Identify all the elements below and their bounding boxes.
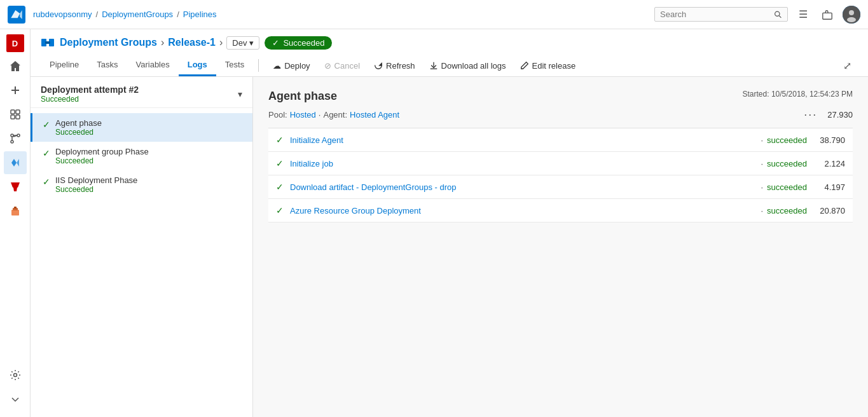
task-status-1: succeeded [767, 159, 807, 168]
svg-rect-23 [45, 41, 50, 44]
edit-release-label: Edit release [532, 61, 576, 71]
svg-point-20 [13, 374, 17, 377]
cancel-circle-icon: ⊘ [324, 61, 331, 71]
svg-rect-17 [11, 210, 19, 215]
page-breadcrumb: Deployment Groups › Release-1 › Dev ▾ [60, 36, 259, 50]
edit-icon [520, 61, 529, 70]
task-duration-1: 2.124 [807, 159, 845, 168]
svg-point-12 [11, 140, 13, 143]
task-duration-0: 38.790 [807, 135, 845, 145]
sidebar-icons: D [0, 29, 31, 417]
search-input[interactable] [660, 10, 774, 19]
sidebar-user-icon[interactable]: D [6, 34, 24, 52]
briefcase-icon[interactable] [818, 6, 836, 24]
main-layout: D [0, 29, 868, 417]
sidebar-item-repos[interactable] [4, 127, 27, 150]
download-icon [429, 61, 438, 70]
search-icon [774, 10, 782, 19]
release-link[interactable]: Release-1 [168, 37, 216, 48]
phase-item-agent[interactable]: ✓ Agent phase Succeeded [31, 113, 252, 142]
phase-status-2: Succeeded [55, 185, 242, 194]
task-row-1[interactable]: ✓ Initialize job · succeeded 2.124 [268, 152, 853, 175]
refresh-button[interactable]: Refresh [368, 57, 422, 74]
task-row-2[interactable]: ✓ Download artifact - DeploymentGroups -… [268, 175, 853, 199]
page-title-row: Deployment Groups › Release-1 › Dev ▾ ✓ … [41, 36, 858, 50]
task-row-0[interactable]: ✓ Initialize Agent · succeeded 38.790 [268, 128, 853, 152]
svg-rect-7 [11, 110, 15, 114]
agent-name-link[interactable]: Hosted Agent [350, 110, 399, 120]
task-name-0: Initialize Agent [290, 135, 757, 145]
chevron-down-icon[interactable]: ▾ [238, 89, 242, 99]
tab-divider [258, 59, 259, 72]
agent-phase-started: Started: 10/5/2018, 12:54:23 PM [743, 90, 853, 99]
task-duration-3: 20.870 [807, 206, 845, 215]
sidebar-item-boards[interactable] [4, 103, 27, 126]
tab-logs[interactable]: Logs [179, 55, 216, 76]
task-status-0: succeeded [767, 135, 807, 145]
content-area: Deployment Groups › Release-1 › Dev ▾ ✓ … [31, 29, 868, 417]
sidebar-item-pipelines[interactable] [4, 151, 27, 174]
phase-name-1: Deployment group Phase [55, 147, 242, 156]
task-check-icon-2: ✓ [276, 182, 290, 192]
phase-info-0: Agent phase Succeeded [55, 118, 242, 137]
breadcrumb-deployment-groups[interactable]: DeploymentGroups [102, 10, 173, 19]
pool-dot-sep: · [319, 110, 321, 120]
svg-point-6 [847, 17, 856, 22]
deployment-groups-icon [41, 36, 55, 50]
stage-chevron-icon: ▾ [249, 38, 254, 48]
expand-button[interactable]: ⤢ [837, 56, 858, 76]
more-options-icon[interactable]: ··· [804, 108, 817, 121]
split-content: Deployment attempt #2 Succeeded ▾ ✓ Agen… [31, 77, 868, 417]
phase-name-2: IIS Deployment Phase [55, 175, 242, 185]
user-avatar[interactable] [843, 6, 860, 24]
pool-label: Pool: [268, 110, 287, 120]
pool-name-link[interactable]: Hosted [290, 110, 316, 120]
tab-tasks[interactable]: Tasks [88, 55, 127, 76]
task-status-3: succeeded [767, 206, 807, 215]
svg-line-2 [779, 15, 781, 17]
edit-release-button[interactable]: Edit release [514, 57, 582, 74]
deployment-attempt-title: Deployment attempt #2 [41, 85, 139, 95]
deployment-groups-link[interactable]: Deployment Groups [60, 37, 157, 48]
list-icon[interactable]: ☰ [794, 6, 812, 24]
sidebar-item-testplans[interactable] [4, 175, 27, 198]
topbar: rubdevopsonmy / DeploymentGroups / Pipel… [0, 0, 868, 29]
right-panel: Agent phase Started: 10/5/2018, 12:54:23… [253, 77, 868, 417]
phase-status-0: Succeeded [55, 128, 242, 137]
deploy-button[interactable]: ☁ Deploy [266, 57, 316, 74]
tab-variables[interactable]: Variables [127, 55, 179, 76]
sidebar-item-home[interactable] [4, 55, 27, 78]
tab-pipeline[interactable]: Pipeline [41, 55, 88, 76]
phase-item-deployment-group[interactable]: ✓ Deployment group Phase Succeeded [31, 142, 252, 170]
sidebar-item-expand[interactable] [4, 388, 27, 411]
sidebar-item-artifacts[interactable] [4, 200, 27, 222]
stage-label: Dev [232, 38, 247, 48]
left-panel: Deployment attempt #2 Succeeded ▾ ✓ Agen… [31, 77, 253, 417]
sidebar-item-settings[interactable] [4, 364, 27, 386]
phase-list: ✓ Agent phase Succeeded ✓ Deployment gro… [31, 108, 252, 204]
check-icon: ✓ [272, 38, 279, 48]
header-right: ··· 27.930 [804, 108, 853, 121]
stage-badge[interactable]: Dev ▾ [226, 36, 259, 50]
succeeded-badge: ✓ Succeeded [265, 36, 332, 50]
svg-point-5 [849, 10, 854, 15]
download-logs-button[interactable]: Download all logs [423, 57, 513, 74]
phase-item-iis-deployment[interactable]: ✓ IIS Deployment Phase Succeeded [31, 170, 252, 199]
cancel-button[interactable]: ⊘ Cancel [318, 57, 366, 74]
topbar-breadcrumb: rubdevopsonmy / DeploymentGroups / Pipel… [33, 10, 654, 19]
task-name-2: Download artifact - DeploymentGroups - d… [290, 182, 757, 192]
svg-rect-8 [16, 110, 20, 114]
task-name-3: Azure Resource Group Deployment [290, 206, 757, 215]
phase-check-icon-1: ✓ [43, 148, 50, 158]
search-box[interactable] [654, 7, 788, 22]
deployment-attempt-info: Deployment attempt #2 Succeeded [41, 85, 139, 104]
task-duration-2: 4.197 [807, 182, 845, 192]
tab-actions: ☁ Deploy ⊘ Cancel Refresh [266, 57, 582, 74]
breadcrumb-pipelines[interactable]: Pipelines [183, 10, 217, 19]
sidebar-item-new[interactable] [4, 79, 27, 102]
breadcrumb-org[interactable]: rubdevopsonmy [33, 10, 92, 19]
tab-tests[interactable]: Tests [216, 55, 253, 76]
succeeded-label: Succeeded [283, 38, 324, 48]
task-row-3[interactable]: ✓ Azure Resource Group Deployment · succ… [268, 199, 853, 222]
phase-info-1: Deployment group Phase Succeeded [55, 147, 242, 165]
